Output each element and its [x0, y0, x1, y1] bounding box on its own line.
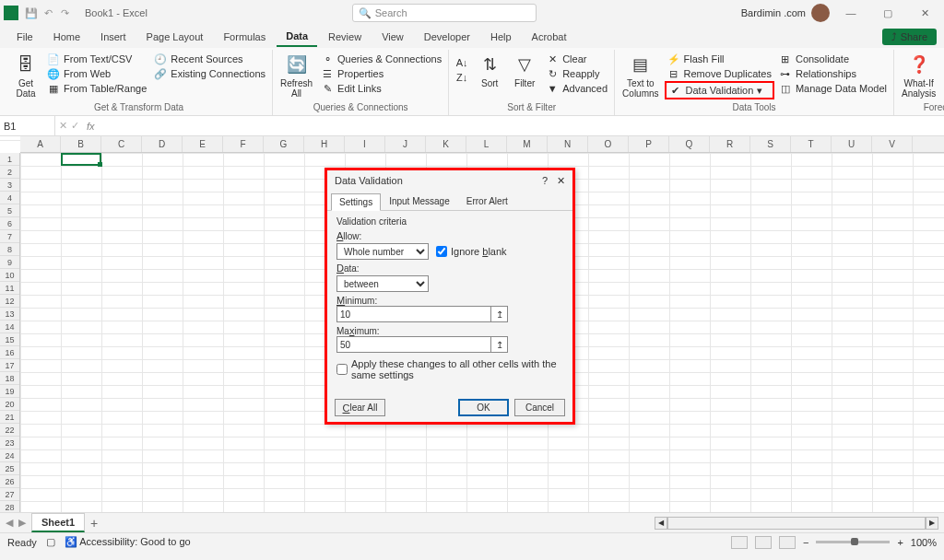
tab-help[interactable]: Help	[481, 28, 521, 46]
row-header[interactable]: 7	[0, 230, 19, 243]
tab-page-layout[interactable]: Page Layout	[137, 28, 213, 46]
col-header[interactable]: Q	[669, 136, 710, 152]
col-header[interactable]: U	[832, 136, 872, 152]
existing-connections-button[interactable]: 🔗Existing Connections	[151, 66, 268, 81]
data-select[interactable]: between	[336, 275, 429, 292]
row-header[interactable]: 21	[0, 411, 19, 424]
edit-links-button[interactable]: ✎Edit Links	[318, 81, 444, 96]
sheet-nav-prev-icon[interactable]: ◀	[6, 517, 13, 529]
row-header[interactable]: 8	[0, 243, 19, 256]
name-box[interactable]: B1	[0, 116, 55, 135]
zoom-in-button[interactable]: +	[897, 537, 903, 548]
add-sheet-button[interactable]: +	[90, 516, 98, 531]
queries-connections-button[interactable]: ⚬Queries & Connections	[318, 52, 444, 66]
get-data-button[interactable]: 🗄Get Data	[9, 50, 42, 100]
tab-settings[interactable]: Settings	[331, 193, 381, 211]
close-icon[interactable]: ✕	[909, 2, 940, 24]
relationships-button[interactable]: ⊶Relationships	[776, 66, 890, 81]
advanced-filter-button[interactable]: ▼Advanced	[543, 81, 610, 96]
reapply-button[interactable]: ↻Reapply	[543, 66, 610, 81]
row-headers[interactable]: 1234567891011121314151617181920212223242…	[0, 153, 20, 512]
range-picker-icon[interactable]: ↥	[491, 306, 508, 322]
properties-button[interactable]: ☰Properties	[318, 66, 444, 81]
text-to-columns-button[interactable]: ▤Text to Columns	[619, 50, 662, 100]
row-header[interactable]: 22	[0, 424, 19, 437]
row-header[interactable]: 5	[0, 204, 19, 217]
row-header[interactable]: 24	[0, 449, 19, 462]
col-header[interactable]: P	[629, 136, 669, 152]
manage-data-model-button[interactable]: ◫Manage Data Model	[776, 81, 890, 96]
row-header[interactable]: 10	[0, 269, 19, 282]
scroll-right-icon[interactable]: ▶	[926, 517, 938, 530]
page-layout-view-button[interactable]	[755, 536, 772, 549]
col-header[interactable]: O	[588, 136, 629, 152]
normal-view-button[interactable]	[731, 536, 748, 549]
row-header[interactable]: 3	[0, 179, 19, 192]
maximize-icon[interactable]: ▢	[872, 2, 903, 24]
tab-developer[interactable]: Developer	[415, 28, 479, 46]
flash-fill-button[interactable]: ⚡Flash Fill	[665, 52, 774, 66]
allow-select[interactable]: Whole number	[336, 243, 429, 260]
sheet-tab[interactable]: Sheet1	[31, 513, 85, 532]
sort-az-button[interactable]: A↓	[453, 55, 471, 70]
range-picker-icon[interactable]: ↥	[491, 336, 508, 353]
accessibility-status[interactable]: ♿ Accessibility: Good to go	[65, 536, 191, 548]
tab-input-message[interactable]: Input Message	[381, 192, 458, 210]
col-header[interactable]: I	[345, 136, 385, 152]
remove-duplicates-button[interactable]: ⊟Remove Duplicates	[665, 66, 774, 81]
tab-home[interactable]: Home	[44, 28, 89, 46]
consolidate-button[interactable]: ⊞Consolidate	[776, 52, 890, 66]
cancel-formula-icon[interactable]: ✕	[59, 120, 67, 132]
col-header[interactable]: T	[791, 136, 832, 152]
row-header[interactable]: 2	[0, 166, 19, 179]
col-header[interactable]: C	[101, 136, 142, 152]
row-header[interactable]: 4	[0, 192, 19, 204]
col-header[interactable]: R	[710, 136, 750, 152]
apply-all-checkbox[interactable]	[336, 364, 348, 375]
zoom-level[interactable]: 100%	[911, 537, 937, 548]
filter-button[interactable]: ▽Filter	[508, 50, 541, 90]
cancel-button[interactable]: Cancel	[514, 399, 565, 416]
save-icon[interactable]: 💾	[24, 6, 39, 19]
enter-formula-icon[interactable]: ✓	[71, 120, 79, 132]
from-text-csv-button[interactable]: 📄From Text/CSV	[44, 52, 149, 66]
data-validation-button[interactable]: ✔Data Validation ▾	[665, 81, 774, 99]
refresh-all-button[interactable]: 🔄Refresh All	[277, 50, 316, 100]
row-header[interactable]: 16	[0, 346, 19, 359]
tab-file[interactable]: File	[7, 28, 42, 46]
help-icon[interactable]: ?	[542, 175, 548, 187]
fx-icon[interactable]: fx	[83, 121, 99, 132]
row-header[interactable]: 17	[0, 359, 19, 372]
row-header[interactable]: 13	[0, 308, 19, 321]
row-header[interactable]: 23	[0, 437, 19, 449]
col-header[interactable]: K	[426, 136, 466, 152]
col-header[interactable]: L	[466, 136, 507, 152]
undo-icon[interactable]: ↶	[41, 6, 55, 19]
redo-icon[interactable]: ↷	[57, 6, 72, 19]
row-header[interactable]: 20	[0, 398, 19, 411]
tab-formulas[interactable]: Formulas	[214, 28, 275, 46]
col-header[interactable]: S	[750, 136, 791, 152]
column-headers[interactable]: ABCDEFGHIJKLMNOPQRSTUV	[20, 136, 944, 153]
row-header[interactable]: 9	[0, 256, 19, 269]
row-header[interactable]: 11	[0, 282, 19, 295]
zoom-slider[interactable]	[816, 541, 890, 543]
row-header[interactable]: 27	[0, 488, 19, 501]
horizontal-scrollbar[interactable]	[667, 517, 926, 530]
col-header[interactable]: G	[264, 136, 304, 152]
page-break-view-button[interactable]	[779, 536, 796, 549]
row-header[interactable]: 18	[0, 372, 19, 385]
row-header[interactable]: 6	[0, 217, 19, 230]
tab-view[interactable]: View	[372, 28, 413, 46]
maximum-input[interactable]	[336, 336, 491, 353]
zoom-out-button[interactable]: −	[803, 537, 808, 548]
row-header[interactable]: 12	[0, 295, 19, 308]
scroll-left-icon[interactable]: ◀	[655, 517, 667, 530]
from-web-button[interactable]: 🌐From Web	[44, 66, 149, 81]
recent-sources-button[interactable]: 🕘Recent Sources	[151, 52, 268, 66]
row-header[interactable]: 14	[0, 321, 19, 333]
col-header[interactable]: D	[142, 136, 183, 152]
row-header[interactable]: 1	[0, 153, 19, 166]
clear-all-button[interactable]: Clear All	[335, 399, 385, 416]
col-header[interactable]: J	[385, 136, 426, 152]
